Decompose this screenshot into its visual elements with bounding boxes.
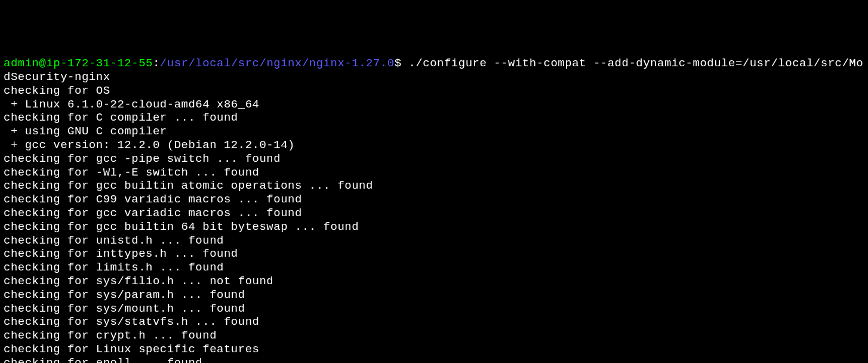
output-line: checking for C99 variadic macros ... fou… bbox=[4, 193, 864, 207]
output-line: checking for limits.h ... found bbox=[4, 261, 864, 275]
output-line: + using GNU C compiler bbox=[4, 125, 864, 139]
output-line: checking for C compiler ... found bbox=[4, 111, 864, 125]
output-line: checking for sys/mount.h ... found bbox=[4, 302, 864, 316]
output-line: checking for -Wl,-E switch ... found bbox=[4, 166, 864, 180]
prompt-colon: : bbox=[153, 57, 160, 70]
output-line: checking for sys/filio.h ... not found bbox=[4, 275, 864, 288]
current-path: /usr/local/src/nginx/nginx-1.27.0 bbox=[160, 57, 395, 70]
output-line: checking for gcc variadic macros ... fou… bbox=[4, 207, 864, 220]
prompt-dollar: $ bbox=[395, 57, 402, 70]
output-line: checking for unistd.h ... found bbox=[4, 234, 864, 248]
output-line: + gcc version: 12.2.0 (Debian 12.2.0-14) bbox=[4, 139, 864, 152]
output-line: checking for epoll ... found bbox=[4, 356, 864, 363]
output-line: checking for Linux specific features bbox=[4, 343, 864, 356]
output-line: checking for sys/param.h ... found bbox=[4, 288, 864, 302]
output-line: checking for gcc -pipe switch ... found bbox=[4, 152, 864, 166]
prompt-line: admin@ip-172-31-12-55:/usr/local/src/ngi… bbox=[4, 57, 863, 84]
user-host: admin@ip-172-31-12-55 bbox=[4, 57, 153, 70]
output-line: checking for sys/statvfs.h ... found bbox=[4, 315, 864, 329]
output-line: checking for crypt.h ... found bbox=[4, 329, 864, 343]
output-line: checking for OS bbox=[4, 84, 864, 98]
output-line: checking for gcc builtin atomic operatio… bbox=[4, 179, 864, 193]
output-line: checking for inttypes.h ... found bbox=[4, 247, 864, 261]
output-line: + Linux 6.1.0-22-cloud-amd64 x86_64 bbox=[4, 98, 864, 112]
terminal-window[interactable]: admin@ip-172-31-12-55:/usr/local/src/ngi… bbox=[4, 57, 864, 363]
output-line: checking for gcc builtin 64 bit byteswap… bbox=[4, 220, 864, 234]
